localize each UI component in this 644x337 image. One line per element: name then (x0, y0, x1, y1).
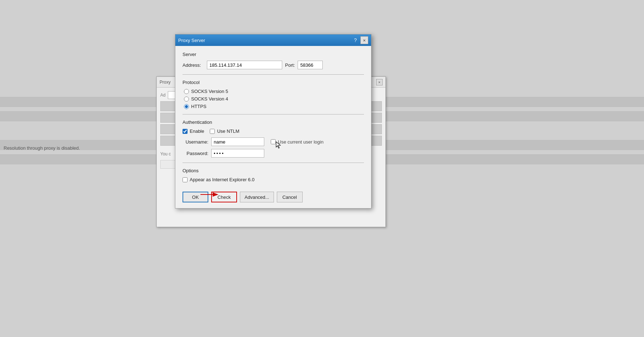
bg-address-label: Ad (160, 93, 166, 98)
ok-button[interactable]: OK (183, 192, 208, 202)
port-input[interactable] (298, 61, 323, 69)
server-section-label: Server (183, 52, 364, 57)
username-input[interactable] (211, 137, 264, 146)
use-current-label: Use current user login (278, 139, 323, 145)
divider-2 (183, 114, 364, 114)
enable-checkbox-input[interactable] (183, 129, 188, 134)
port-label: Port: (285, 62, 295, 68)
titlebar-controls: ? × (354, 36, 368, 44)
auth-checkboxes-row: Enable Use NTLM (183, 128, 364, 134)
options-row: Appear as Internet Explorer 6.0 (183, 177, 364, 182)
dialog-title: Proxy Server (178, 38, 205, 43)
enable-checkbox[interactable]: Enable (183, 128, 204, 134)
use-current-checkbox[interactable] (271, 139, 276, 144)
protocol-section-label: Protocol (183, 80, 364, 85)
options-section-label: Options (183, 168, 364, 173)
help-icon[interactable]: ? (354, 37, 357, 43)
appear-ie-label: Appear as Internet Explorer 6.0 (190, 177, 255, 182)
password-label: Password: (183, 151, 208, 156)
appear-ie-checkbox[interactable]: Appear as Internet Explorer 6.0 (183, 177, 364, 182)
desktop: { "background": { "resolution_text": "Re… (0, 0, 644, 337)
bg-dialog-close-btn[interactable]: × (376, 79, 383, 85)
ntlm-checkbox-input[interactable] (210, 129, 215, 134)
dialog-footer: OK Check Advanced... Cancel (175, 188, 371, 208)
auth-fields: Username: Use current user login Passwor… (183, 137, 364, 158)
bg-dialog-title: Proxy (160, 80, 171, 85)
cancel-button[interactable]: Cancel (277, 192, 303, 202)
radio-https[interactable]: HTTPS (184, 104, 364, 109)
protocol-radio-group: SOCKS Version 5 SOCKS Version 4 HTTPS (184, 89, 364, 109)
radio-https-input[interactable] (184, 104, 189, 109)
password-input[interactable] (211, 149, 264, 158)
dialog-titlebar: Proxy Server ? × (175, 34, 371, 46)
password-row: Password: (183, 149, 364, 158)
check-button[interactable]: Check (211, 192, 237, 202)
enable-label: Enable (190, 128, 204, 134)
divider-1 (183, 74, 364, 75)
dialog-footer-container: OK Check Advanced... Cancel (175, 188, 371, 208)
divider-3 (183, 163, 364, 163)
ntlm-label: Use NTLM (217, 128, 239, 134)
address-input[interactable] (207, 61, 282, 69)
radio-socks4-label: SOCKS Version 4 (191, 96, 228, 102)
username-label: Username: (183, 139, 208, 145)
advanced-button[interactable]: Advanced... (240, 192, 274, 202)
radio-https-label: HTTPS (191, 104, 207, 109)
use-current-row: Use current user login (271, 139, 323, 145)
radio-socks5-label: SOCKS Version 5 (191, 89, 228, 94)
ntlm-checkbox[interactable]: Use NTLM (210, 128, 239, 134)
appear-ie-checkbox-input[interactable] (183, 177, 188, 182)
close-icon[interactable]: × (360, 36, 368, 44)
radio-socks5[interactable]: SOCKS Version 5 (184, 89, 364, 94)
auth-section-label: Authentication (183, 120, 364, 125)
radio-socks5-input[interactable] (184, 89, 189, 94)
username-row: Username: Use current user login (183, 137, 364, 146)
resolution-text: Resolution through proxy is disabled. (0, 144, 84, 153)
server-row: Address: Port: (183, 61, 364, 69)
proxy-server-dialog: Proxy Server ? × Server Address: Port: P… (175, 34, 371, 209)
radio-socks4-input[interactable] (184, 97, 189, 102)
address-label: Address: (183, 62, 204, 68)
dialog-body: Server Address: Port: Protocol SOCKS Ver… (175, 46, 371, 188)
radio-socks4[interactable]: SOCKS Version 4 (184, 96, 364, 102)
